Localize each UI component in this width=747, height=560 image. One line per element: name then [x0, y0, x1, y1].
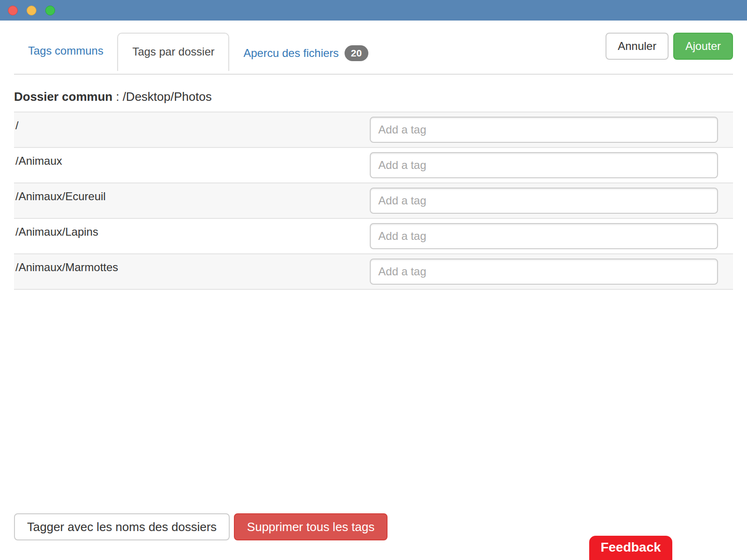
app-window: Tags communs Tags par dossier Apercu des… [0, 0, 747, 560]
folder-table-body: / /Animaux /Animaux/Ecureuil [14, 112, 733, 289]
common-folder-line: Dossier commun : /Desktop/Photos [14, 90, 733, 104]
add-tag-input[interactable] [370, 188, 718, 214]
folder-path: /Animaux [15, 154, 62, 167]
add-button[interactable]: Ajouter [673, 33, 733, 60]
folder-table: / /Animaux /Animaux/Ecureuil [14, 112, 733, 290]
folder-path-cell: /Animaux/Marmottes [14, 254, 370, 289]
folder-path: /Animaux/Marmottes [15, 261, 118, 273]
close-window-button[interactable] [8, 6, 18, 15]
tab-apercu-label: Apercu des fichiers [243, 48, 338, 59]
titlebar [0, 0, 747, 21]
header-actions: Annuler Ajouter [606, 33, 733, 60]
common-folder-path: /Desktop/Photos [123, 90, 212, 104]
add-tag-input[interactable] [370, 152, 718, 178]
folder-path: /Animaux/Lapins [15, 225, 98, 238]
zoom-window-button[interactable] [45, 6, 55, 15]
tab-tags-par-dossier[interactable]: Tags par dossier [117, 33, 229, 71]
folder-path-cell: /Animaux [14, 147, 370, 183]
tab-apercu-des-fichiers[interactable]: Apercu des fichiers 20 [229, 33, 382, 74]
add-tag-input[interactable] [370, 259, 718, 285]
footer-actions: Tagger avec les noms des dossiers Suppri… [14, 513, 388, 540]
folder-tag-cell [370, 183, 733, 218]
folder-path-cell: /Animaux/Lapins [14, 218, 370, 254]
tab-tags-communs[interactable]: Tags communs [14, 33, 117, 69]
folder-row: /Animaux/Lapins [14, 218, 733, 254]
main-content: Tags communs Tags par dossier Apercu des… [0, 33, 747, 290]
delete-all-tags-button[interactable]: Supprimer tous les tags [234, 513, 388, 540]
folder-row: /Animaux/Ecureuil [14, 183, 733, 218]
common-folder-label: Dossier commun [14, 90, 113, 104]
folder-row: /Animaux [14, 147, 733, 183]
folder-row: /Animaux/Marmottes [14, 254, 733, 289]
add-tag-input[interactable] [370, 117, 718, 143]
add-tag-input[interactable] [370, 223, 718, 249]
folder-tag-cell [370, 254, 733, 289]
tab-list: Tags communs Tags par dossier Apercu des… [14, 33, 382, 74]
folder-path: / [15, 119, 19, 132]
folder-path-cell: / [14, 112, 370, 147]
folder-row: / [14, 112, 733, 147]
file-count-badge: 20 [345, 45, 368, 61]
feedback-button[interactable]: Feedback [589, 536, 672, 560]
minimize-window-button[interactable] [27, 6, 36, 15]
folder-tag-cell [370, 147, 733, 183]
folder-path-cell: /Animaux/Ecureuil [14, 183, 370, 218]
folder-tag-cell [370, 112, 733, 147]
common-folder-separator: : [113, 90, 123, 104]
tag-with-folder-names-button[interactable]: Tagger avec les noms des dossiers [14, 513, 230, 540]
folder-tag-cell [370, 218, 733, 254]
cancel-button[interactable]: Annuler [606, 33, 669, 60]
tab-bar: Tags communs Tags par dossier Apercu des… [14, 33, 733, 75]
folder-path: /Animaux/Ecureuil [15, 190, 106, 203]
